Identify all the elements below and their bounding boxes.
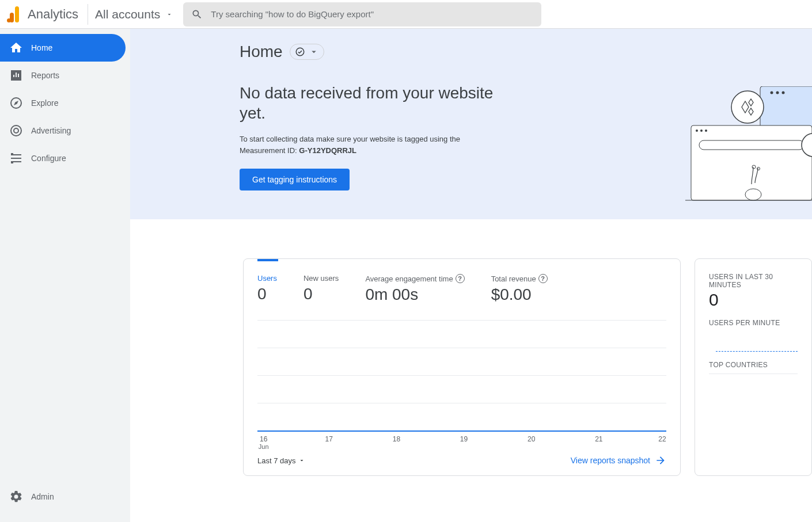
nav-label: Advertising [31, 126, 71, 135]
chevron-down-icon [309, 47, 319, 57]
gear-icon [9, 490, 23, 504]
metric-label: Users [257, 274, 277, 283]
cards-row: Users 0 New users 0 Average engagement t… [130, 219, 812, 476]
search-icon [191, 9, 203, 20]
view-snapshot-link[interactable]: View reports snapshot [571, 455, 666, 466]
svg-point-2 [7, 18, 11, 22]
metric-users[interactable]: Users 0 [257, 274, 277, 304]
page-title-row: Home [240, 43, 812, 61]
gridline [257, 403, 666, 430]
snapshot-link-label: View reports snapshot [571, 456, 650, 465]
svg-point-10 [700, 129, 703, 132]
metric-value: 0 [257, 285, 277, 303]
overview-card: Users 0 New users 0 Average engagement t… [243, 258, 681, 476]
banner: Home No data received from your website … [130, 29, 812, 219]
gridline [257, 375, 666, 403]
x-tick: 21 [595, 435, 602, 443]
banner-text: To start collecting data make sure your … [240, 134, 493, 156]
nav-item-home[interactable]: Home [0, 34, 126, 62]
x-tick: 22 [658, 435, 666, 443]
svg-rect-0 [15, 6, 19, 22]
tagging-instructions-button[interactable]: Get tagging instructions [240, 169, 350, 190]
nav-label: Home [31, 43, 52, 52]
metric-engagement-time[interactable]: Average engagement time ? 0m 00s [365, 274, 464, 304]
header-divider [88, 4, 88, 25]
realtime-value: 0 [709, 290, 798, 310]
metric-new-users[interactable]: New users 0 [303, 274, 339, 304]
realtime-card: USERS IN LAST 30 MINUTES 0 USERS PER MIN… [695, 258, 812, 476]
metric-label: Total revenue ? [491, 274, 548, 283]
svg-point-11 [705, 129, 707, 132]
metric-label: Average engagement time ? [365, 274, 464, 283]
tick-main: 16 [260, 435, 267, 443]
realtime-label: USERS IN LAST 30 MINUTES [709, 273, 798, 289]
date-range-selector[interactable]: Last 7 days [257, 456, 305, 465]
search-bar[interactable] [183, 2, 541, 26]
analytics-logo-icon [7, 6, 21, 22]
metrics-row: Users 0 New users 0 Average engagement t… [257, 259, 666, 304]
main-area: Home No data received from your website … [130, 29, 812, 522]
svg-point-6 [776, 92, 779, 94]
help-icon[interactable]: ? [456, 274, 465, 283]
gridline [257, 320, 666, 348]
nav-label: Configure [31, 154, 66, 163]
app-header: Analytics All accounts [0, 0, 812, 29]
help-icon[interactable]: ? [538, 274, 548, 283]
configure-icon [9, 151, 23, 165]
metric-label-text: Average engagement time [365, 275, 453, 283]
banner-heading: No data received from your website yet. [240, 83, 516, 123]
svg-point-5 [771, 92, 773, 94]
search-input[interactable] [211, 9, 533, 19]
users-per-min-label: USERS PER MINUTE [709, 319, 798, 327]
nav-label: Reports [31, 71, 59, 80]
brand-title: Analytics [28, 7, 78, 22]
x-tick: 20 [528, 435, 535, 443]
metric-value: 0 [303, 285, 339, 303]
measurement-id: G-Y12YDQRRJL [299, 146, 356, 155]
x-tick: 17 [325, 435, 333, 443]
nav-item-advertising[interactable]: Advertising [0, 117, 130, 144]
chart: 16Jun 17 18 19 20 21 22 [257, 320, 666, 450]
checkmark-circle-icon [295, 47, 305, 57]
gridline [257, 348, 666, 375]
metric-label: New users [303, 274, 339, 283]
illustration [685, 86, 812, 219]
sidebar: Home Reports Explore Advertising Configu… [0, 29, 130, 522]
top-countries-label: TOP COUNTRIES [709, 361, 798, 369]
nav-item-reports[interactable]: Reports [0, 62, 130, 89]
sparkline-placeholder [716, 351, 798, 352]
account-switcher-label: All accounts [95, 7, 160, 21]
divider [709, 374, 798, 374]
home-icon [9, 41, 23, 55]
svg-point-9 [696, 129, 698, 132]
svg-point-7 [782, 92, 785, 94]
advertising-icon [9, 124, 23, 138]
svg-point-15 [745, 189, 761, 200]
x-tick: 18 [393, 435, 400, 443]
svg-point-3 [296, 48, 304, 56]
nav-label: Explore [31, 98, 58, 108]
card-footer: Last 7 days View reports snapshot [257, 455, 666, 466]
x-tick: 19 [460, 435, 468, 443]
nav-item-configure[interactable]: Configure [0, 144, 130, 172]
reports-icon [9, 68, 23, 82]
svg-point-14 [731, 91, 764, 123]
arrow-right-icon [655, 455, 666, 466]
explore-icon [9, 96, 23, 110]
metric-label-text: Total revenue [491, 275, 536, 283]
account-switcher[interactable]: All accounts [95, 7, 173, 21]
x-tick: 16Jun [259, 435, 269, 450]
page-title: Home [240, 43, 283, 61]
metric-value: 0m 00s [365, 285, 464, 304]
chevron-down-icon [166, 11, 173, 18]
nav-item-admin[interactable]: Admin [0, 483, 130, 510]
date-range-label: Last 7 days [257, 456, 296, 465]
x-axis: 16Jun 17 18 19 20 21 22 [257, 430, 666, 450]
nav-label: Admin [31, 492, 54, 501]
chevron-down-icon [298, 457, 305, 464]
metric-total-revenue[interactable]: Total revenue ? $0.00 [491, 274, 548, 304]
verified-chip[interactable] [290, 44, 324, 60]
metric-value: $0.00 [491, 285, 548, 304]
nav-item-explore[interactable]: Explore [0, 89, 130, 117]
